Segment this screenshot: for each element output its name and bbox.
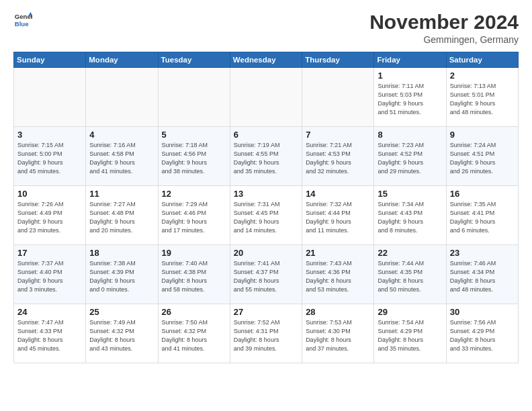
- day-info: Sunrise: 7:11 AM Sunset: 5:03 PM Dayligh…: [378, 82, 442, 117]
- calendar-cell-4-4: 20Sunrise: 7:41 AM Sunset: 4:37 PM Dayli…: [230, 245, 302, 304]
- day-number: 17: [17, 248, 82, 258]
- day-info: Sunrise: 7:34 AM Sunset: 4:43 PM Dayligh…: [378, 200, 442, 235]
- header: General Blue November 2024 Gemmingen, Ge…: [13, 11, 519, 45]
- page: General Blue November 2024 Gemmingen, Ge…: [0, 0, 532, 411]
- day-number: 24: [17, 307, 82, 317]
- day-info: Sunrise: 7:38 AM Sunset: 4:39 PM Dayligh…: [89, 259, 154, 294]
- day-info: Sunrise: 7:29 AM Sunset: 4:46 PM Dayligh…: [162, 200, 226, 235]
- day-info: Sunrise: 7:56 AM Sunset: 4:29 PM Dayligh…: [450, 318, 515, 353]
- day-number: 28: [306, 307, 370, 317]
- day-number: 18: [89, 248, 154, 258]
- calendar-table: Sunday Monday Tuesday Wednesday Thursday…: [13, 52, 519, 363]
- month-title: November 2024: [369, 11, 519, 33]
- day-number: 4: [89, 130, 154, 140]
- day-info: Sunrise: 7:19 AM Sunset: 4:55 PM Dayligh…: [234, 141, 298, 176]
- day-info: Sunrise: 7:43 AM Sunset: 4:36 PM Dayligh…: [306, 259, 370, 294]
- calendar-week-4: 17Sunrise: 7:37 AM Sunset: 4:40 PM Dayli…: [14, 245, 519, 304]
- col-friday: Friday: [374, 52, 446, 68]
- calendar-cell-4-2: 18Sunrise: 7:38 AM Sunset: 4:39 PM Dayli…: [86, 245, 158, 304]
- calendar-cell-1-3: [158, 68, 230, 127]
- day-number: 26: [162, 307, 226, 317]
- day-number: 3: [17, 130, 82, 140]
- day-number: 13: [234, 189, 298, 199]
- day-info: Sunrise: 7:49 AM Sunset: 4:32 PM Dayligh…: [89, 318, 154, 353]
- day-info: Sunrise: 7:15 AM Sunset: 5:00 PM Dayligh…: [17, 141, 82, 176]
- calendar-cell-2-5: 7Sunrise: 7:21 AM Sunset: 4:53 PM Daylig…: [302, 127, 374, 186]
- calendar-cell-5-2: 25Sunrise: 7:49 AM Sunset: 4:32 PM Dayli…: [86, 304, 158, 363]
- calendar-cell-1-1: [14, 68, 86, 127]
- calendar-cell-2-3: 5Sunrise: 7:18 AM Sunset: 4:56 PM Daylig…: [158, 127, 230, 186]
- col-sunday: Sunday: [14, 52, 86, 68]
- calendar-cell-5-7: 30Sunrise: 7:56 AM Sunset: 4:29 PM Dayli…: [446, 304, 518, 363]
- calendar-week-3: 10Sunrise: 7:26 AM Sunset: 4:49 PM Dayli…: [14, 186, 519, 245]
- calendar-week-2: 3Sunrise: 7:15 AM Sunset: 5:00 PM Daylig…: [14, 127, 519, 186]
- day-number: 10: [17, 189, 82, 199]
- day-number: 1: [378, 71, 442, 81]
- day-number: 22: [378, 248, 442, 258]
- calendar-cell-3-6: 15Sunrise: 7:34 AM Sunset: 4:43 PM Dayli…: [374, 186, 446, 245]
- calendar-cell-1-2: [86, 68, 158, 127]
- day-info: Sunrise: 7:35 AM Sunset: 4:41 PM Dayligh…: [450, 200, 515, 235]
- day-number: 19: [162, 248, 226, 258]
- day-info: Sunrise: 7:31 AM Sunset: 4:45 PM Dayligh…: [234, 200, 298, 235]
- calendar-cell-5-1: 24Sunrise: 7:47 AM Sunset: 4:33 PM Dayli…: [14, 304, 86, 363]
- day-number: 16: [450, 189, 515, 199]
- day-number: 20: [234, 248, 298, 258]
- title-block: November 2024 Gemmingen, Germany: [369, 11, 519, 45]
- col-monday: Monday: [86, 52, 158, 68]
- day-info: Sunrise: 7:18 AM Sunset: 4:56 PM Dayligh…: [162, 141, 226, 176]
- day-number: 25: [89, 307, 154, 317]
- day-info: Sunrise: 7:41 AM Sunset: 4:37 PM Dayligh…: [234, 259, 298, 294]
- calendar-cell-4-6: 22Sunrise: 7:44 AM Sunset: 4:35 PM Dayli…: [374, 245, 446, 304]
- day-number: 9: [450, 130, 515, 140]
- calendar-cell-4-7: 23Sunrise: 7:46 AM Sunset: 4:34 PM Dayli…: [446, 245, 518, 304]
- calendar-cell-1-5: [302, 68, 374, 127]
- day-info: Sunrise: 7:47 AM Sunset: 4:33 PM Dayligh…: [17, 318, 82, 353]
- calendar-week-1: 1Sunrise: 7:11 AM Sunset: 5:03 PM Daylig…: [14, 68, 519, 127]
- calendar-cell-4-1: 17Sunrise: 7:37 AM Sunset: 4:40 PM Dayli…: [14, 245, 86, 304]
- calendar-cell-2-2: 4Sunrise: 7:16 AM Sunset: 4:58 PM Daylig…: [86, 127, 158, 186]
- calendar-cell-4-5: 21Sunrise: 7:43 AM Sunset: 4:36 PM Dayli…: [302, 245, 374, 304]
- calendar-cell-3-4: 13Sunrise: 7:31 AM Sunset: 4:45 PM Dayli…: [230, 186, 302, 245]
- day-info: Sunrise: 7:44 AM Sunset: 4:35 PM Dayligh…: [378, 259, 442, 294]
- day-info: Sunrise: 7:32 AM Sunset: 4:44 PM Dayligh…: [306, 200, 370, 235]
- day-number: 21: [306, 248, 370, 258]
- day-info: Sunrise: 7:50 AM Sunset: 4:32 PM Dayligh…: [162, 318, 226, 353]
- day-number: 29: [378, 307, 442, 317]
- logo: General Blue: [13, 11, 32, 30]
- calendar-cell-3-7: 16Sunrise: 7:35 AM Sunset: 4:41 PM Dayli…: [446, 186, 518, 245]
- calendar-cell-3-2: 11Sunrise: 7:27 AM Sunset: 4:48 PM Dayli…: [86, 186, 158, 245]
- day-number: 8: [378, 130, 442, 140]
- day-number: 15: [378, 189, 442, 199]
- calendar-cell-2-6: 8Sunrise: 7:23 AM Sunset: 4:52 PM Daylig…: [374, 127, 446, 186]
- day-number: 11: [89, 189, 154, 199]
- day-number: 23: [450, 248, 515, 258]
- day-number: 27: [234, 307, 298, 317]
- day-info: Sunrise: 7:54 AM Sunset: 4:29 PM Dayligh…: [378, 318, 442, 353]
- day-number: 7: [306, 130, 370, 140]
- day-number: 6: [234, 130, 298, 140]
- svg-text:Blue: Blue: [15, 20, 29, 28]
- day-number: 5: [162, 130, 226, 140]
- calendar-week-5: 24Sunrise: 7:47 AM Sunset: 4:33 PM Dayli…: [14, 304, 519, 363]
- col-tuesday: Tuesday: [158, 52, 230, 68]
- calendar-cell-2-1: 3Sunrise: 7:15 AM Sunset: 5:00 PM Daylig…: [14, 127, 86, 186]
- calendar-cell-3-1: 10Sunrise: 7:26 AM Sunset: 4:49 PM Dayli…: [14, 186, 86, 245]
- day-info: Sunrise: 7:27 AM Sunset: 4:48 PM Dayligh…: [89, 200, 154, 235]
- day-info: Sunrise: 7:40 AM Sunset: 4:38 PM Dayligh…: [162, 259, 226, 294]
- logo-icon: General Blue: [13, 11, 32, 30]
- day-info: Sunrise: 7:46 AM Sunset: 4:34 PM Dayligh…: [450, 259, 515, 294]
- location: Gemmingen, Germany: [369, 34, 519, 45]
- day-info: Sunrise: 7:13 AM Sunset: 5:01 PM Dayligh…: [450, 82, 515, 117]
- calendar-header-row: Sunday Monday Tuesday Wednesday Thursday…: [14, 52, 519, 68]
- calendar-cell-4-3: 19Sunrise: 7:40 AM Sunset: 4:38 PM Dayli…: [158, 245, 230, 304]
- calendar-cell-5-3: 26Sunrise: 7:50 AM Sunset: 4:32 PM Dayli…: [158, 304, 230, 363]
- day-info: Sunrise: 7:23 AM Sunset: 4:52 PM Dayligh…: [378, 141, 442, 176]
- calendar-cell-5-4: 27Sunrise: 7:52 AM Sunset: 4:31 PM Dayli…: [230, 304, 302, 363]
- day-info: Sunrise: 7:26 AM Sunset: 4:49 PM Dayligh…: [17, 200, 82, 235]
- day-number: 14: [306, 189, 370, 199]
- day-number: 2: [450, 71, 515, 81]
- day-info: Sunrise: 7:21 AM Sunset: 4:53 PM Dayligh…: [306, 141, 370, 176]
- calendar-cell-3-5: 14Sunrise: 7:32 AM Sunset: 4:44 PM Dayli…: [302, 186, 374, 245]
- calendar-cell-3-3: 12Sunrise: 7:29 AM Sunset: 4:46 PM Dayli…: [158, 186, 230, 245]
